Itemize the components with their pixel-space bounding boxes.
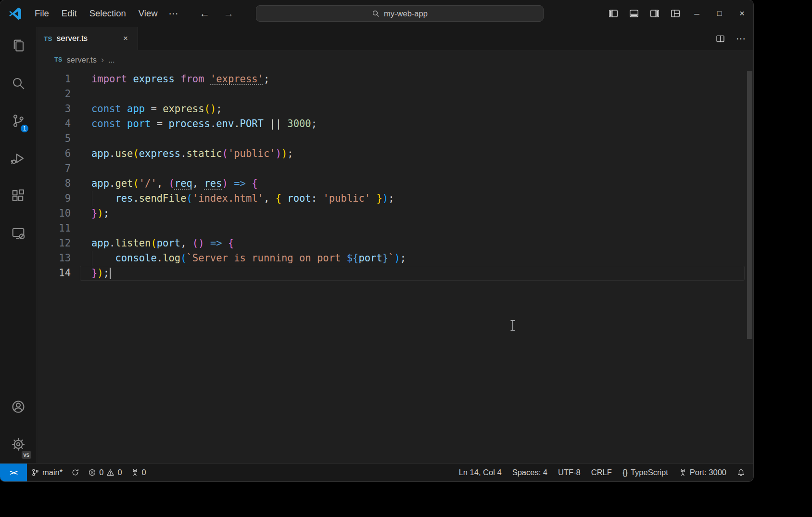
line-number[interactable]: 5	[37, 131, 71, 146]
customize-layout-icon[interactable]	[670, 8, 681, 19]
code-line[interactable]: 11	[37, 221, 753, 236]
code-line[interactable]: 3const app = express();	[37, 102, 753, 116]
line-number[interactable]: 7	[37, 161, 71, 176]
error-count: 0	[99, 468, 103, 477]
menu-more-icon[interactable]: ⋯	[164, 5, 183, 22]
ports-item[interactable]: 0	[127, 464, 151, 481]
code-text[interactable]: const port = process.env.PORT || 3000;	[71, 116, 317, 131]
line-number[interactable]: 4	[37, 116, 71, 131]
code-text[interactable]: const app = express();	[71, 102, 222, 116]
toggle-sidebar-icon[interactable]	[608, 8, 619, 19]
error-icon	[88, 468, 96, 477]
settings-gear-icon[interactable]: vs	[0, 426, 37, 463]
back-icon[interactable]: ←	[199, 8, 211, 19]
cursor-position[interactable]: Ln 14, Col 4	[454, 464, 507, 481]
eol-sequence[interactable]: CRLF	[586, 464, 617, 481]
tab-close-icon[interactable]: ×	[120, 33, 131, 44]
code-line[interactable]: 6app.use(express.static('public'));	[37, 146, 753, 161]
toggle-secondary-sidebar-icon[interactable]	[649, 8, 660, 19]
encoding-label: UTF-8	[558, 468, 581, 477]
activity-bar: 1 vs	[0, 27, 37, 463]
code-text[interactable]: app.get('/', (req, res) => {	[71, 176, 258, 191]
line-number[interactable]: 10	[37, 206, 71, 221]
minimize-button[interactable]: –	[685, 0, 708, 27]
close-button[interactable]: ×	[731, 0, 753, 27]
typescript-file-icon: TS	[54, 56, 63, 63]
source-control-icon[interactable]: 1	[0, 102, 37, 140]
scm-badge: 1	[20, 124, 29, 133]
menu-file[interactable]: File	[28, 5, 55, 22]
encoding[interactable]: UTF-8	[553, 464, 586, 481]
port-forward-item[interactable]: Port: 3000	[673, 464, 732, 481]
typescript-file-icon: TS	[44, 35, 52, 42]
indent-guide	[92, 191, 92, 206]
code-text[interactable]: app.listen(port, () => {	[71, 236, 234, 251]
code-line[interactable]: 1import express from 'express';	[37, 72, 753, 87]
eol-label: CRLF	[591, 468, 612, 477]
code-line[interactable]: 7	[37, 161, 753, 176]
toggle-panel-icon[interactable]	[629, 8, 639, 19]
extensions-icon[interactable]	[0, 177, 37, 215]
code-text[interactable]: });	[71, 206, 109, 221]
line-number[interactable]: 11	[37, 221, 71, 236]
accounts-icon[interactable]	[0, 388, 37, 426]
code-line[interactable]: 13 console.log(`Server is running on por…	[37, 251, 753, 266]
code-line[interactable]: 5	[37, 131, 753, 146]
code-line[interactable]: 9 res.sendFile('index.html', { root: 'pu…	[37, 191, 753, 206]
split-editor-icon[interactable]	[715, 34, 725, 44]
line-number[interactable]: 12	[37, 236, 71, 251]
search-view-icon[interactable]	[0, 65, 37, 102]
cursor-position-label: Ln 14, Col 4	[459, 468, 502, 477]
explorer-icon[interactable]	[0, 27, 37, 65]
problems-item[interactable]: 0 0	[84, 464, 126, 481]
search-text: my-web-app	[384, 9, 428, 18]
remote-indicator[interactable]: ><	[0, 464, 27, 481]
code-editor[interactable]: 1import express from 'express';23const a…	[37, 69, 753, 463]
code-line[interactable]: 2	[37, 87, 753, 102]
code-line[interactable]: 12app.listen(port, () => {	[37, 236, 753, 251]
code-text[interactable]	[71, 161, 91, 176]
code-line[interactable]: 10});	[37, 206, 753, 221]
forward-icon[interactable]: →	[223, 8, 235, 19]
scrollbar-thumb[interactable]	[747, 71, 752, 339]
code-text[interactable]: console.log(`Server is running on port $…	[71, 251, 406, 266]
breadcrumb-more[interactable]: ...	[108, 55, 115, 65]
breadcrumb-file[interactable]: server.ts	[67, 55, 97, 65]
code-line[interactable]: 8app.get('/', (req, res) => {	[37, 176, 753, 191]
line-number[interactable]: 2	[37, 87, 71, 102]
code-line[interactable]: 4const port = process.env.PORT || 3000;	[37, 116, 753, 131]
remote-explorer-icon[interactable]	[0, 215, 37, 252]
git-branch-item[interactable]: main*	[27, 464, 67, 481]
chevron-right-icon: ›	[101, 55, 104, 65]
line-number[interactable]: 3	[37, 102, 71, 116]
line-number[interactable]: 6	[37, 146, 71, 161]
command-center-search[interactable]: my-web-app	[256, 5, 544, 22]
code-text[interactable]	[71, 221, 91, 236]
line-number[interactable]: 1	[37, 72, 71, 87]
more-actions-icon[interactable]: ⋯	[736, 33, 746, 44]
line-number[interactable]: 14	[37, 266, 71, 281]
code-text[interactable]: });	[71, 266, 111, 281]
code-text[interactable]	[71, 87, 91, 102]
code-text[interactable]: res.sendFile('index.html', { root: 'publ…	[71, 191, 394, 206]
tab-server-ts[interactable]: TS server.ts ×	[37, 27, 138, 50]
sync-item[interactable]	[67, 464, 84, 481]
menu-selection[interactable]: Selection	[83, 5, 132, 22]
maximize-button[interactable]: □	[708, 0, 731, 27]
menu-edit[interactable]: Edit	[55, 5, 83, 22]
code-text[interactable]: app.use(express.static('public'));	[71, 146, 293, 161]
line-number[interactable]: 13	[37, 251, 71, 266]
line-number[interactable]: 8	[37, 176, 71, 191]
editor-scrollbar[interactable]	[747, 69, 753, 463]
menu-view[interactable]: View	[132, 5, 164, 22]
indentation[interactable]: Spaces: 4	[507, 464, 553, 481]
code-text[interactable]: import express from 'express';	[71, 72, 269, 87]
language-mode[interactable]: {} TypeScript	[617, 464, 673, 481]
vscode-logo-icon	[9, 7, 22, 20]
notifications-item[interactable]	[732, 464, 753, 481]
line-number[interactable]: 9	[37, 191, 71, 206]
run-debug-icon[interactable]	[0, 140, 37, 177]
braces-icon: {}	[622, 468, 628, 477]
code-text[interactable]	[71, 131, 91, 146]
code-line[interactable]: 14});	[37, 266, 753, 281]
